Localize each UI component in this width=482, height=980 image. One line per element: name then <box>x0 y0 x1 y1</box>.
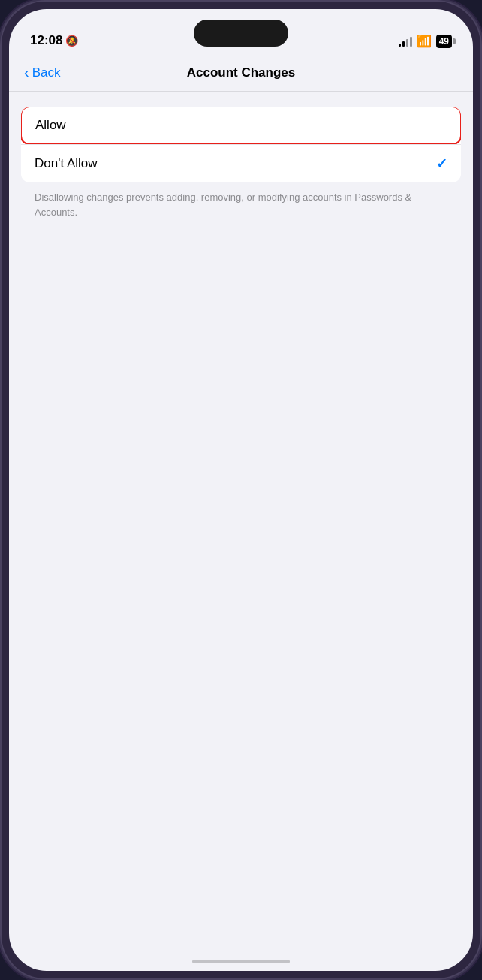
dont-allow-label: Don't Allow <box>35 156 98 171</box>
nav-bar: ‹ Back Account Changes <box>9 54 473 92</box>
phone-screen: 12:08 🔕 📶 49 ‹ Back <box>9 9 473 971</box>
checkmark-icon: ✓ <box>436 155 447 172</box>
dynamic-island <box>194 20 288 47</box>
signal-bar-4 <box>410 37 412 47</box>
back-button[interactable]: ‹ Back <box>24 64 60 81</box>
signal-bar-2 <box>402 41 405 47</box>
back-label: Back <box>32 65 61 80</box>
status-icons: 📶 49 <box>399 34 452 48</box>
options-group: Allow Don't Allow ✓ <box>21 107 461 182</box>
allow-label: Allow <box>35 118 66 133</box>
signal-icon <box>399 36 412 47</box>
time-display: 12:08 <box>30 33 62 48</box>
allow-option[interactable]: Allow <box>21 107 461 145</box>
phone-frame: 12:08 🔕 📶 49 ‹ Back <box>0 0 482 980</box>
signal-bar-1 <box>399 44 401 47</box>
dont-allow-option[interactable]: Don't Allow ✓ <box>21 144 461 182</box>
description-text: Disallowing changes prevents adding, rem… <box>9 182 473 219</box>
battery-tip <box>453 38 456 44</box>
status-time: 12:08 🔕 <box>30 33 78 48</box>
back-chevron-icon: ‹ <box>24 64 29 81</box>
signal-bar-3 <box>406 39 408 47</box>
home-bar <box>192 960 290 963</box>
home-indicator[interactable] <box>9 941 473 971</box>
battery-level: 49 <box>439 36 449 47</box>
bell-icon: 🔕 <box>65 35 78 47</box>
wifi-icon: 📶 <box>417 34 432 48</box>
content-area: Allow Don't Allow ✓ Disallowing changes … <box>9 92 473 941</box>
battery-indicator: 49 <box>436 35 452 48</box>
page-title: Account Changes <box>187 65 296 80</box>
